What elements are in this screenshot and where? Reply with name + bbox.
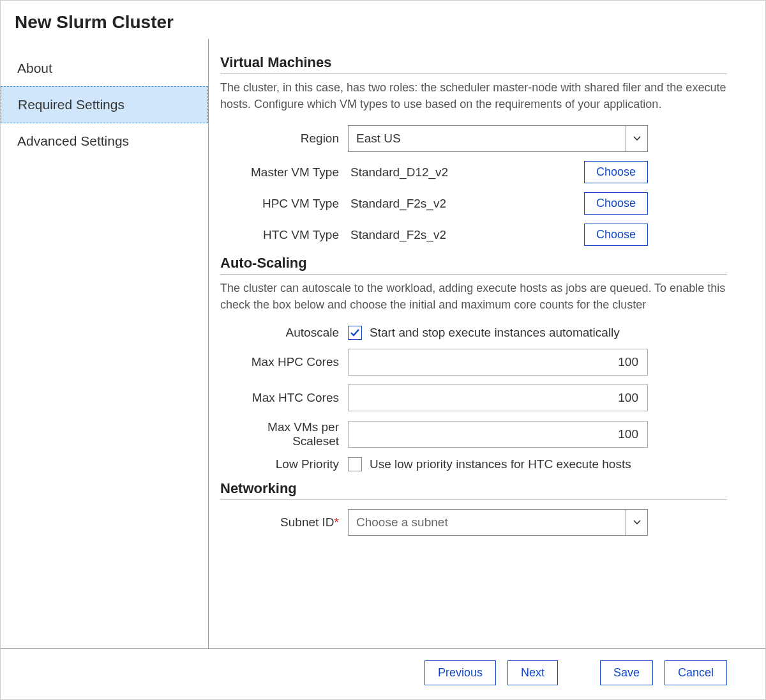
- sidebar: About Required Settings Advanced Setting…: [1, 39, 208, 648]
- footer: Previous Next Save Cancel: [1, 648, 765, 699]
- label-htc-vm: HTC VM Type: [220, 228, 348, 242]
- low-priority-desc: Use low priority instances for HTC execu…: [370, 457, 631, 471]
- section-desc-autoscaling: The cluster can autoscale to the workloa…: [220, 280, 727, 313]
- section-desc-vm: The cluster, in this case, has two roles…: [220, 79, 727, 112]
- label-hpc-vm: HPC VM Type: [220, 197, 348, 211]
- row-master-vm: Master VM Type Standard_D12_v2 Choose: [220, 161, 727, 183]
- row-low-priority: Low Priority Use low priority instances …: [220, 457, 727, 471]
- label-max-vms: Max VMs per Scaleset: [220, 420, 348, 448]
- select-region-value: East US: [349, 132, 626, 146]
- row-autoscale: Autoscale Start and stop execute instanc…: [220, 326, 727, 340]
- dialog-body: About Required Settings Advanced Setting…: [1, 39, 765, 648]
- cancel-button[interactable]: Cancel: [665, 660, 727, 685]
- label-master-vm: Master VM Type: [220, 165, 348, 179]
- content-pane: Virtual Machines The cluster, in this ca…: [214, 39, 765, 648]
- chevron-down-icon[interactable]: [626, 126, 647, 151]
- required-asterisk: *: [334, 515, 339, 529]
- label-region: Region: [220, 132, 348, 146]
- previous-button[interactable]: Previous: [424, 660, 496, 685]
- sidebar-item-advanced-settings[interactable]: Advanced Settings: [1, 123, 208, 159]
- select-region[interactable]: East US: [348, 125, 648, 152]
- save-button[interactable]: Save: [600, 660, 653, 685]
- sidebar-item-label: About: [17, 61, 52, 75]
- label-subnet: Subnet ID*: [220, 515, 348, 529]
- sidebar-item-label: Required Settings: [18, 97, 124, 112]
- row-subnet: Subnet ID* Choose a subnet: [220, 509, 727, 536]
- value-hpc-vm: Standard_F2s_v2: [348, 197, 584, 211]
- select-subnet-placeholder: Choose a subnet: [349, 515, 626, 529]
- input-max-hpc-cores[interactable]: [348, 349, 648, 376]
- next-button[interactable]: Next: [507, 660, 558, 685]
- label-max-htc-cores: Max HTC Cores: [220, 391, 348, 405]
- dialog-window: New Slurm Cluster About Required Setting…: [0, 0, 766, 700]
- autoscale-desc: Start and stop execute instances automat…: [370, 326, 620, 340]
- section-title-vm: Virtual Machines: [220, 54, 727, 74]
- choose-hpc-vm-button[interactable]: Choose: [584, 192, 648, 215]
- row-region: Region East US: [220, 125, 727, 152]
- input-max-vms[interactable]: [348, 421, 648, 448]
- choose-master-vm-button[interactable]: Choose: [584, 161, 648, 183]
- chevron-down-icon[interactable]: [626, 510, 647, 535]
- checkbox-autoscale[interactable]: [348, 326, 362, 340]
- section-title-autoscaling: Auto-Scaling: [220, 255, 727, 275]
- input-max-htc-cores[interactable]: [348, 384, 648, 411]
- value-master-vm: Standard_D12_v2: [348, 165, 584, 179]
- footer-spacer: [569, 660, 589, 685]
- row-hpc-vm: HPC VM Type Standard_F2s_v2 Choose: [220, 192, 727, 215]
- page-title: New Slurm Cluster: [1, 1, 765, 39]
- vertical-divider: [208, 39, 209, 648]
- row-max-htc-cores: Max HTC Cores: [220, 384, 727, 411]
- section-title-networking: Networking: [220, 480, 727, 500]
- choose-htc-vm-button[interactable]: Choose: [584, 224, 648, 246]
- row-max-hpc-cores: Max HPC Cores: [220, 349, 727, 376]
- label-subnet-text: Subnet ID: [280, 515, 334, 529]
- select-subnet[interactable]: Choose a subnet: [348, 509, 648, 536]
- label-low-priority: Low Priority: [220, 457, 348, 471]
- row-htc-vm: HTC VM Type Standard_F2s_v2 Choose: [220, 224, 727, 246]
- label-max-hpc-cores: Max HPC Cores: [220, 355, 348, 369]
- sidebar-item-label: Advanced Settings: [17, 133, 129, 148]
- check-icon: [350, 328, 360, 337]
- value-htc-vm: Standard_F2s_v2: [348, 228, 584, 242]
- checkbox-low-priority[interactable]: [348, 457, 362, 471]
- row-max-vms: Max VMs per Scaleset: [220, 420, 727, 448]
- label-autoscale: Autoscale: [220, 326, 348, 340]
- sidebar-item-about[interactable]: About: [1, 50, 208, 86]
- sidebar-item-required-settings[interactable]: Required Settings: [1, 86, 208, 123]
